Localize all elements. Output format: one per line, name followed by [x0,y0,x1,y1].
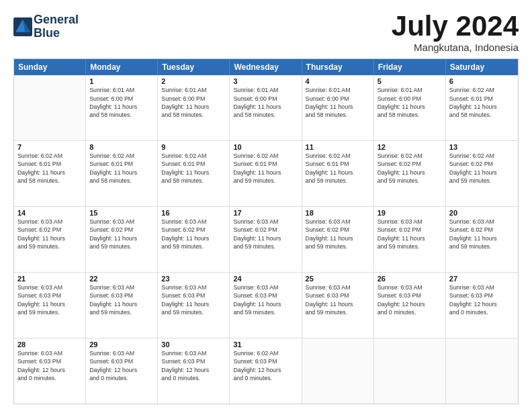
day-number: 14 [17,209,82,217]
day-info: Sunrise: 6:03 AMSunset: 6:03 PMDaylight:… [233,283,298,316]
table-row: 19Sunrise: 6:03 AMSunset: 6:02 PMDayligh… [374,207,446,272]
day-number: 8 [89,143,154,151]
header-cell-wednesday: Wednesday [230,59,302,75]
day-info: Sunrise: 6:02 AMSunset: 6:01 PMDaylight:… [161,152,226,185]
day-number: 21 [17,275,82,283]
day-info: Sunrise: 6:03 AMSunset: 6:03 PMDaylight:… [161,349,226,382]
logo-text: General Blue [34,13,79,40]
table-row: 9Sunrise: 6:02 AMSunset: 6:01 PMDaylight… [158,141,230,206]
table-row: 10Sunrise: 6:02 AMSunset: 6:01 PMDayligh… [230,141,302,206]
day-info: Sunrise: 6:01 AMSunset: 6:00 PMDaylight:… [89,86,154,119]
table-row: 6Sunrise: 6:02 AMSunset: 6:01 PMDaylight… [446,75,518,140]
table-row [302,338,374,404]
month-title: July 2024 [392,11,519,42]
table-row: 21Sunrise: 6:03 AMSunset: 6:03 PMDayligh… [14,273,86,338]
day-number: 9 [161,143,226,151]
calendar-body: 1Sunrise: 6:01 AMSunset: 6:00 PMDaylight… [14,75,518,404]
day-info: Sunrise: 6:02 AMSunset: 6:02 PMDaylight:… [378,152,442,185]
day-number: 30 [161,340,226,349]
day-info: Sunrise: 6:01 AMSunset: 6:00 PMDaylight:… [378,86,442,119]
day-info: Sunrise: 6:02 AMSunset: 6:01 PMDaylight:… [449,86,515,119]
calendar-week-3: 14Sunrise: 6:03 AMSunset: 6:02 PMDayligh… [14,207,518,273]
day-info: Sunrise: 6:03 AMSunset: 6:02 PMDaylight:… [449,218,515,250]
day-info: Sunrise: 6:03 AMSunset: 6:03 PMDaylight:… [17,283,82,316]
day-info: Sunrise: 6:02 AMSunset: 6:01 PMDaylight:… [17,152,82,185]
table-row: 5Sunrise: 6:01 AMSunset: 6:00 PMDaylight… [374,75,446,140]
calendar-page: General Blue July 2024 Mangkutana, Indon… [0,0,532,411]
table-row [446,338,518,404]
table-row: 25Sunrise: 6:03 AMSunset: 6:03 PMDayligh… [302,273,374,338]
day-number: 6 [449,77,515,85]
table-row: 26Sunrise: 6:03 AMSunset: 6:03 PMDayligh… [374,273,446,338]
day-info: Sunrise: 6:03 AMSunset: 6:03 PMDaylight:… [378,283,442,316]
day-info: Sunrise: 6:01 AMSunset: 6:00 PMDaylight:… [161,86,226,119]
table-row: 23Sunrise: 6:03 AMSunset: 6:03 PMDayligh… [158,273,230,338]
day-number: 19 [378,209,442,217]
calendar-week-4: 21Sunrise: 6:03 AMSunset: 6:03 PMDayligh… [14,273,518,338]
day-number: 17 [233,209,298,217]
day-number: 13 [449,143,515,151]
calendar: SundayMondayTuesdayWednesdayThursdayFrid… [13,58,519,404]
day-info: Sunrise: 6:02 AMSunset: 6:01 PMDaylight:… [233,152,298,185]
day-number: 12 [378,143,442,151]
calendar-header: SundayMondayTuesdayWednesdayThursdayFrid… [14,59,518,75]
day-number: 15 [89,209,154,217]
day-number: 27 [449,275,515,283]
calendar-week-5: 28Sunrise: 6:03 AMSunset: 6:03 PMDayligh… [14,338,518,404]
day-info: Sunrise: 6:03 AMSunset: 6:03 PMDaylight:… [89,283,154,316]
logo: General Blue [13,13,79,40]
day-info: Sunrise: 6:02 AMSunset: 6:01 PMDaylight:… [89,152,154,185]
table-row [374,338,446,404]
day-number: 5 [378,77,442,85]
table-row: 28Sunrise: 6:03 AMSunset: 6:03 PMDayligh… [14,338,86,404]
table-row: 1Sunrise: 6:01 AMSunset: 6:00 PMDaylight… [86,75,158,140]
table-row: 7Sunrise: 6:02 AMSunset: 6:01 PMDaylight… [14,141,86,206]
table-row [14,75,86,140]
header-cell-saturday: Saturday [446,59,518,75]
day-number: 2 [161,77,226,85]
table-row: 11Sunrise: 6:02 AMSunset: 6:01 PMDayligh… [302,141,374,206]
table-row: 31Sunrise: 6:02 AMSunset: 6:03 PMDayligh… [230,338,302,404]
day-number: 10 [233,143,298,151]
day-info: Sunrise: 6:03 AMSunset: 6:03 PMDaylight:… [306,283,370,316]
day-info: Sunrise: 6:03 AMSunset: 6:02 PMDaylight:… [378,218,442,250]
day-number: 20 [449,209,515,217]
day-info: Sunrise: 6:03 AMSunset: 6:02 PMDaylight:… [161,218,226,250]
page-header: General Blue July 2024 Mangkutana, Indon… [13,11,519,53]
logo-line1: General [34,13,79,27]
day-info: Sunrise: 6:01 AMSunset: 6:00 PMDaylight:… [306,86,370,119]
table-row: 13Sunrise: 6:02 AMSunset: 6:02 PMDayligh… [446,141,518,206]
day-info: Sunrise: 6:03 AMSunset: 6:03 PMDaylight:… [161,283,226,316]
location: Mangkutana, Indonesia [392,42,519,53]
header-cell-monday: Monday [86,59,158,75]
day-number: 7 [17,143,82,151]
day-info: Sunrise: 6:01 AMSunset: 6:00 PMDaylight:… [233,86,298,119]
calendar-week-2: 7Sunrise: 6:02 AMSunset: 6:01 PMDaylight… [14,141,518,207]
day-info: Sunrise: 6:03 AMSunset: 6:03 PMDaylight:… [89,349,154,382]
table-row: 12Sunrise: 6:02 AMSunset: 6:02 PMDayligh… [374,141,446,206]
day-number: 31 [233,340,298,349]
day-number: 1 [89,77,154,85]
table-row: 20Sunrise: 6:03 AMSunset: 6:02 PMDayligh… [446,207,518,272]
logo-icon [13,17,32,36]
day-number: 28 [17,340,82,349]
day-info: Sunrise: 6:03 AMSunset: 6:03 PMDaylight:… [449,283,515,316]
header-cell-friday: Friday [374,59,446,75]
day-info: Sunrise: 6:03 AMSunset: 6:02 PMDaylight:… [306,218,370,250]
day-number: 23 [161,275,226,283]
day-info: Sunrise: 6:03 AMSunset: 6:03 PMDaylight:… [17,349,82,382]
header-cell-thursday: Thursday [302,59,374,75]
table-row: 14Sunrise: 6:03 AMSunset: 6:02 PMDayligh… [14,207,86,272]
day-number: 29 [89,340,154,349]
title-block: July 2024 Mangkutana, Indonesia [392,11,519,53]
day-number: 11 [306,143,370,151]
table-row: 29Sunrise: 6:03 AMSunset: 6:03 PMDayligh… [86,338,158,404]
day-number: 26 [378,275,442,283]
table-row: 18Sunrise: 6:03 AMSunset: 6:02 PMDayligh… [302,207,374,272]
day-info: Sunrise: 6:03 AMSunset: 6:02 PMDaylight:… [17,218,82,250]
day-info: Sunrise: 6:03 AMSunset: 6:02 PMDaylight:… [233,218,298,250]
table-row: 3Sunrise: 6:01 AMSunset: 6:00 PMDaylight… [230,75,302,140]
table-row: 15Sunrise: 6:03 AMSunset: 6:02 PMDayligh… [86,207,158,272]
day-number: 3 [233,77,298,85]
day-info: Sunrise: 6:02 AMSunset: 6:03 PMDaylight:… [233,349,298,382]
